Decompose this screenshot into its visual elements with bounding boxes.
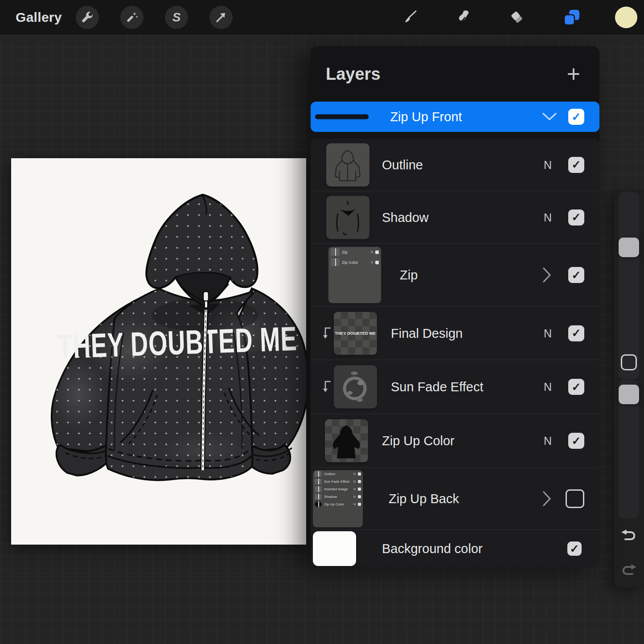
opacity-slider-handle[interactable] <box>619 385 639 404</box>
layer-name: Zip Up Back <box>389 492 459 506</box>
chevron-down-icon[interactable] <box>541 112 558 122</box>
mini-checkbox <box>358 480 361 483</box>
layers-tool-button[interactable] <box>560 6 583 29</box>
layer-row-outline[interactable]: Outline N ✓ <box>311 139 599 191</box>
actions-button[interactable] <box>76 6 99 29</box>
check-icon: ✓ <box>572 435 581 447</box>
blend-mode-button[interactable]: N <box>539 381 557 394</box>
background-color-thumbnail[interactable] <box>313 531 356 566</box>
layer-visibility-checkbox[interactable]: ✓ <box>568 267 584 283</box>
mini-layer-row: Outline N <box>313 470 363 478</box>
zip-up-color-thumb-art <box>325 419 368 463</box>
clipping-mask-arrow-icon <box>322 327 332 340</box>
smudge-icon <box>455 9 472 25</box>
layer-row-zip-up-front[interactable]: Zip Up Front ✓ <box>311 102 599 132</box>
layer-visibility-checkbox[interactable]: ✓ <box>567 541 582 556</box>
mini-thumb <box>315 471 322 477</box>
layer-row-final-design[interactable]: THEY DOUBTED ME Final Design N ✓ <box>311 306 599 360</box>
layer-thumbnail[interactable] <box>326 143 369 186</box>
drawing-canvas[interactable]: THEY DOUBTED ME <box>11 158 306 545</box>
clipping-mask-arrow-icon <box>322 380 332 394</box>
layer-row-sun-fade-effect[interactable]: Sun Fade Effect N ✓ <box>311 360 599 414</box>
procreate-app: Gallery S <box>0 0 644 644</box>
brush-size-slider-handle[interactable] <box>619 238 639 257</box>
mini-blend-label: N <box>353 472 356 476</box>
sun-fade-thumb-art <box>334 365 377 409</box>
mini-thumb <box>315 501 322 507</box>
layer-thumbnail[interactable] <box>326 196 369 239</box>
blend-mode-button[interactable]: N <box>539 211 557 224</box>
mini-checkbox <box>375 250 379 254</box>
group-thumbnail[interactable]: Zip N Zip Color N <box>328 247 381 303</box>
chevron-right-icon[interactable] <box>541 490 552 507</box>
mini-checkbox <box>358 495 361 498</box>
mini-layer-name: Zip <box>342 250 369 254</box>
redo-button[interactable] <box>619 563 639 579</box>
layer-thumbnail[interactable]: THEY DOUBTED ME <box>334 312 377 355</box>
transform-button[interactable] <box>209 6 233 29</box>
magic-wand-icon <box>125 11 139 24</box>
layer-row-zip-up-color[interactable]: Zip Up Color N ✓ <box>311 414 599 468</box>
layer-row-background-color[interactable]: Background color ✓ <box>311 529 599 567</box>
layer-row-zip-up-back[interactable]: Outline N Sun Fade Effect N Inserted Ima… <box>311 468 599 529</box>
layer-visibility-checkbox[interactable]: ✓ <box>568 379 584 395</box>
eraser-tool-button[interactable] <box>505 6 529 29</box>
chevron-right-icon[interactable] <box>541 267 552 283</box>
group-thumbnail[interactable]: Outline N Sun Fade Effect N Inserted Ima… <box>313 470 363 527</box>
mini-blend-label: N <box>353 480 356 483</box>
check-icon: ✓ <box>572 327 581 340</box>
layer-visibility-checkbox[interactable] <box>566 489 584 508</box>
layer-visibility-checkbox[interactable]: ✓ <box>568 109 584 125</box>
mini-blend-label: N <box>371 261 373 264</box>
layer-thumbnail[interactable] <box>325 419 368 463</box>
blend-mode-button[interactable]: N <box>539 158 557 171</box>
mini-layer-name: Outline <box>324 472 351 476</box>
layer-thumbnail[interactable] <box>334 365 377 409</box>
smudge-tool-button[interactable] <box>452 6 475 29</box>
check-icon: ✓ <box>572 269 581 282</box>
layer-name: Zip Up Front <box>346 110 506 124</box>
add-layer-button[interactable]: + <box>563 63 584 85</box>
check-icon: ✓ <box>572 381 581 394</box>
mini-layer-row: Zip Up Color N <box>313 500 363 508</box>
brush-tool-button[interactable] <box>398 6 422 29</box>
mini-blend-label: N <box>353 503 356 506</box>
mini-blend-label: N <box>371 250 373 254</box>
undo-button[interactable] <box>619 528 639 544</box>
blend-mode-button[interactable]: N <box>539 327 557 340</box>
layer-visibility-checkbox[interactable]: ✓ <box>568 433 584 449</box>
check-icon: ✓ <box>572 211 581 224</box>
gallery-button[interactable]: Gallery <box>16 0 62 35</box>
mini-thumb <box>315 486 322 492</box>
layer-visibility-checkbox[interactable]: ✓ <box>568 209 584 226</box>
adjustments-button[interactable] <box>120 6 144 29</box>
blend-mode-button[interactable]: N <box>539 435 557 447</box>
layer-visibility-checkbox[interactable]: ✓ <box>568 157 584 173</box>
mini-checkbox <box>358 503 361 506</box>
modify-button[interactable] <box>621 354 637 370</box>
selection-s-icon: S <box>172 10 181 25</box>
layer-row-zip-group[interactable]: Zip N Zip Color N Zip ✓ <box>311 243 599 306</box>
mini-layer-row: Shadow N <box>313 493 363 500</box>
layer-name: Final Design <box>391 326 463 340</box>
layer-list: Outline N ✓ Shadow N <box>311 139 599 567</box>
final-design-thumb-art: THEY DOUBTED ME <box>334 312 377 355</box>
selection-button[interactable]: S <box>165 6 188 29</box>
layer-name: Outline <box>382 157 423 172</box>
layer-name: Zip Up Color <box>382 434 455 448</box>
layers-panel-title: Layers <box>326 65 381 84</box>
mini-layer-name: Zip Up Color <box>324 502 351 506</box>
layer-visibility-checkbox[interactable]: ✓ <box>568 325 584 341</box>
wrench-icon <box>81 11 94 24</box>
mini-layer-row: Inserted Image N <box>313 485 363 493</box>
shadow-thumb-art <box>326 196 369 239</box>
layer-name: Shadow <box>382 210 429 225</box>
brush-icon <box>402 9 418 25</box>
layer-row-shadow[interactable]: Shadow N ✓ <box>311 191 599 243</box>
layers-icon <box>563 8 581 26</box>
brush-size-slider[interactable] <box>619 192 639 379</box>
mini-layer-name: Shadow <box>324 495 351 499</box>
mini-checkbox <box>375 261 379 264</box>
color-tool-button[interactable] <box>615 6 638 29</box>
mini-checkbox <box>358 488 361 491</box>
